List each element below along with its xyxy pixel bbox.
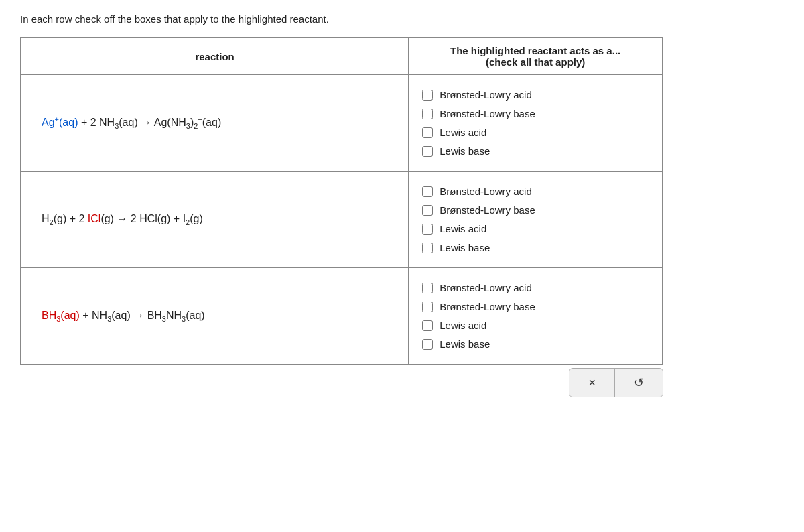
reaction-cell-3: BH3(aq) + NH3(aq) → BH3NH3(aq): [21, 268, 409, 365]
action-buttons: × ↺: [569, 368, 663, 397]
checkbox-bronsted-lowry-base-2[interactable]: [422, 205, 433, 216]
options-header-line1: The highlighted reactant acts as a...: [450, 45, 620, 56]
checkbox-lewis-acid-1[interactable]: [422, 127, 433, 138]
option-label: Brønsted-Lowry acid: [440, 282, 532, 293]
option-label: Lewis acid: [440, 223, 486, 235]
checkbox-bronsted-lowry-acid-2[interactable]: [422, 186, 433, 197]
option-bronsted-lowry-base-row-3: Brønsted-Lowry base: [422, 301, 649, 312]
close-button[interactable]: ×: [570, 369, 615, 397]
option-label: Brønsted-Lowry acid: [440, 186, 532, 197]
option-label: Lewis base: [440, 242, 490, 253]
table-row: BH3(aq) + NH3(aq) → BH3NH3(aq) Brønsted-…: [21, 268, 663, 365]
reaction-2-highlight: ICl: [88, 213, 101, 224]
options-cell-2: Brønsted-Lowry acid Brønsted-Lowry base …: [409, 172, 663, 268]
reaction-2-formula: H2(g) + 2 ICl(g) → 2 HCl(g) + I2(g): [42, 213, 203, 224]
main-table: reaction The highlighted reactant acts a…: [20, 37, 663, 365]
reaction-3-highlight: BH3(aq): [42, 310, 80, 321]
option-bronsted-lowry-acid-row-1: Brønsted-Lowry acid: [422, 89, 649, 101]
options-header-line2: (check all that apply): [486, 56, 585, 68]
reaction-1-highlight: Ag+(aq): [42, 117, 78, 128]
checkbox-lewis-acid-2[interactable]: [422, 224, 433, 235]
checkbox-lewis-base-2[interactable]: [422, 243, 433, 253]
option-bronsted-lowry-acid-row-3: Brønsted-Lowry acid: [422, 282, 649, 293]
option-lewis-acid-row-2: Lewis acid: [422, 223, 649, 235]
table-row: H2(g) + 2 ICl(g) → 2 HCl(g) + I2(g) Brøn…: [21, 172, 663, 268]
option-label: Brønsted-Lowry acid: [440, 89, 532, 101]
option-bronsted-lowry-base-row-1: Brønsted-Lowry base: [422, 108, 649, 119]
reaction-cell-1: Ag+(aq) + 2 NH3(aq) → Ag(NH3)2+(aq): [21, 75, 409, 172]
option-label: Lewis acid: [440, 320, 486, 331]
option-label: Lewis base: [440, 338, 490, 350]
checkbox-lewis-acid-3[interactable]: [422, 320, 433, 331]
option-lewis-acid-row-1: Lewis acid: [422, 127, 649, 138]
checkbox-bronsted-lowry-acid-1[interactable]: [422, 90, 433, 101]
checkbox-bronsted-lowry-base-3[interactable]: [422, 302, 433, 312]
option-label: Brønsted-Lowry base: [440, 301, 535, 312]
checkbox-lewis-base-3[interactable]: [422, 339, 433, 350]
bottom-area: × ↺: [20, 368, 663, 397]
option-label: Brønsted-Lowry base: [440, 108, 535, 119]
reset-button[interactable]: ↺: [615, 369, 663, 397]
checkbox-bronsted-lowry-acid-3[interactable]: [422, 283, 433, 293]
option-bronsted-lowry-acid-row-2: Brønsted-Lowry acid: [422, 186, 649, 197]
checkbox-lewis-base-1[interactable]: [422, 146, 433, 157]
options-header: The highlighted reactant acts as a... (c…: [409, 38, 663, 75]
intro-text: In each row check off the boxes that app…: [20, 13, 784, 25]
reaction-3-formula: BH3(aq) + NH3(aq) → BH3NH3(aq): [42, 310, 205, 321]
option-label: Lewis acid: [440, 127, 486, 138]
option-lewis-base-row-1: Lewis base: [422, 145, 649, 157]
reaction-cell-2: H2(g) + 2 ICl(g) → 2 HCl(g) + I2(g): [21, 172, 409, 268]
option-label: Lewis base: [440, 145, 490, 157]
option-label: Brønsted-Lowry base: [440, 204, 535, 216]
options-cell-3: Brønsted-Lowry acid Brønsted-Lowry base …: [409, 268, 663, 365]
reaction-1-formula: Ag+(aq) + 2 NH3(aq) → Ag(NH3)2+(aq): [42, 117, 221, 128]
options-cell-1: Brønsted-Lowry acid Brønsted-Lowry base …: [409, 75, 663, 172]
table-row: Ag+(aq) + 2 NH3(aq) → Ag(NH3)2+(aq) Brøn…: [21, 75, 663, 172]
option-lewis-acid-row-3: Lewis acid: [422, 320, 649, 331]
option-bronsted-lowry-base-row-2: Brønsted-Lowry base: [422, 204, 649, 216]
checkbox-bronsted-lowry-base-1[interactable]: [422, 109, 433, 119]
option-lewis-base-row-2: Lewis base: [422, 242, 649, 253]
reaction-header: reaction: [21, 38, 409, 75]
option-lewis-base-row-3: Lewis base: [422, 338, 649, 350]
